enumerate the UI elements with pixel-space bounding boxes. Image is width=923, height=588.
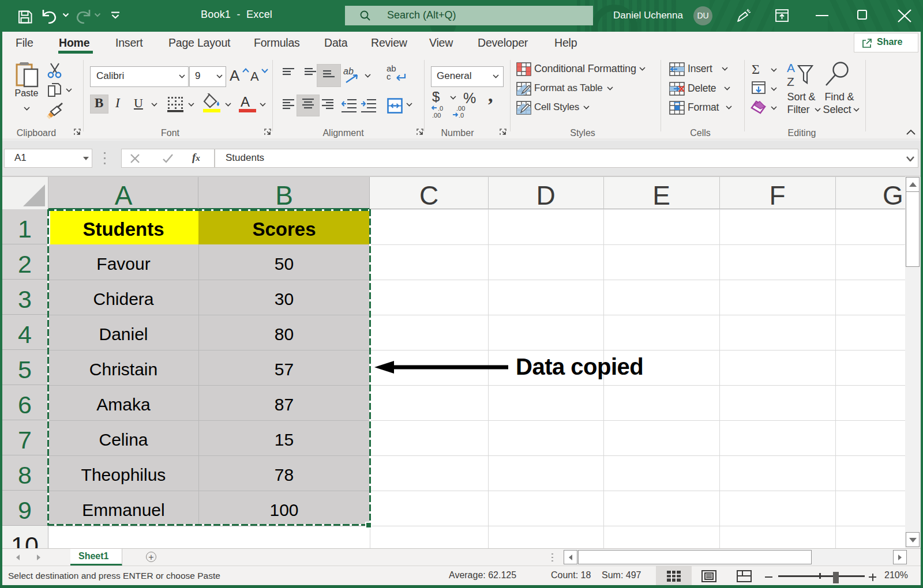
svg-text:.00: .00 bbox=[456, 105, 465, 112]
svg-text:.0: .0 bbox=[438, 105, 443, 112]
svg-text:.00: .00 bbox=[432, 112, 441, 119]
svg-text:Z: Z bbox=[787, 75, 794, 87]
svg-text:.0: .0 bbox=[459, 112, 464, 119]
svg-text:A: A bbox=[787, 62, 795, 74]
